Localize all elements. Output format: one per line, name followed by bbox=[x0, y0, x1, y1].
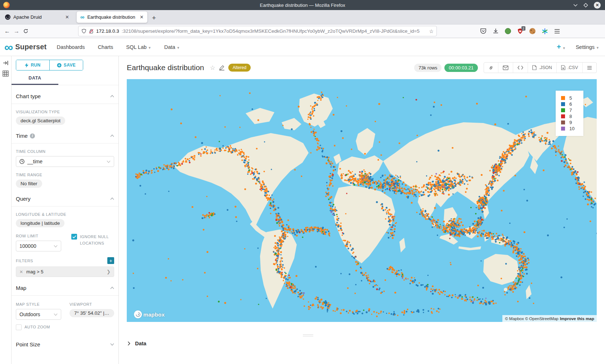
run-button[interactable]: RUN bbox=[16, 60, 49, 70]
legend-row: 5 bbox=[561, 95, 583, 101]
edit-pencil-icon[interactable] bbox=[219, 65, 225, 70]
tab-close-icon[interactable]: ✕ bbox=[65, 14, 69, 20]
section-title: Point Size bbox=[16, 341, 40, 347]
rows-count-badge: 73k rows bbox=[414, 64, 442, 72]
export-json-button[interactable]: .JSON bbox=[528, 63, 556, 73]
map-attribution: © Mapbox © OpenStreetMap Improve this ma… bbox=[502, 315, 597, 322]
mapbox-logo-icon bbox=[134, 310, 142, 318]
expand-filter-icon[interactable]: ❯ bbox=[103, 269, 114, 274]
tab-data[interactable]: DATA bbox=[12, 76, 58, 85]
email-button[interactable] bbox=[498, 63, 513, 73]
chevron-down-icon bbox=[54, 245, 58, 247]
legend-row: 10 bbox=[561, 126, 583, 132]
export-csv-button[interactable]: .CSV bbox=[556, 63, 582, 73]
time-range-label: TIME RANGE bbox=[16, 173, 114, 177]
deckgl-scatterplot-map[interactable]: 5678910 mapbox © Mapbox © OpenStreetMap … bbox=[127, 79, 597, 322]
back-button[interactable]: ← bbox=[4, 28, 10, 35]
reload-button[interactable] bbox=[23, 28, 28, 34]
chevron-right-icon bbox=[127, 341, 130, 346]
chart-menu-button[interactable] bbox=[582, 63, 596, 73]
clock-icon bbox=[19, 159, 24, 164]
time-column-label: TIME COLUMN bbox=[16, 149, 114, 154]
tab-close-icon[interactable]: ✕ bbox=[140, 14, 144, 20]
envelope-icon bbox=[503, 65, 508, 70]
ublock-icon[interactable]: 2 bbox=[517, 28, 523, 34]
legend-label: 10 bbox=[569, 126, 574, 131]
menu-hamburger-icon[interactable] bbox=[554, 29, 560, 34]
nav-sql-lab[interactable]: SQL Lab▼ bbox=[126, 44, 151, 50]
save-button[interactable]: SAVE bbox=[49, 60, 83, 70]
superset-logo[interactable]: ∞ Superset bbox=[4, 42, 46, 53]
mapbox-logo[interactable]: mapbox bbox=[134, 310, 165, 318]
embed-code-button[interactable] bbox=[513, 63, 528, 73]
map-style-select[interactable]: Outdoors bbox=[16, 309, 61, 320]
chevron-up-icon[interactable] bbox=[110, 197, 114, 200]
time-range-pill[interactable]: No filter bbox=[16, 179, 42, 188]
download-icon[interactable] bbox=[493, 28, 499, 34]
section-query: Query LONGITUDE & LATITUDE longitude | l… bbox=[16, 196, 114, 277]
forward-button[interactable]: → bbox=[14, 28, 19, 35]
nav-dashboards[interactable]: Dashboards bbox=[57, 44, 85, 50]
resize-drag-handle[interactable] bbox=[303, 333, 313, 336]
legend-row: 7 bbox=[561, 107, 583, 113]
settings-menu[interactable]: Settings▼ bbox=[576, 44, 599, 50]
browser-tabstrip: Apache Druid ✕ ∞ Earthquake distribution… bbox=[0, 10, 605, 24]
window-close-icon[interactable]: ✕ bbox=[594, 2, 601, 9]
ignore-null-checkbox[interactable] bbox=[71, 234, 77, 240]
cookie-extension-icon[interactable] bbox=[529, 28, 535, 34]
plus-circle-icon bbox=[57, 63, 62, 68]
superset-logo-icon: ∞ bbox=[4, 42, 13, 53]
remove-filter-icon[interactable]: ✕ bbox=[16, 269, 26, 274]
url-host: 172.18.0.3 bbox=[96, 28, 119, 34]
section-title: Map bbox=[16, 285, 26, 291]
legend-label: 6 bbox=[569, 101, 572, 107]
info-icon[interactable]: i bbox=[30, 133, 35, 138]
copy-link-button[interactable] bbox=[484, 63, 498, 73]
chevron-up-icon[interactable] bbox=[110, 95, 114, 97]
pocket-icon[interactable] bbox=[480, 28, 487, 34]
section-time: Timei TIME COLUMN __time TIME RANGE No f… bbox=[16, 133, 114, 188]
add-new-button[interactable]: +▼ bbox=[557, 43, 566, 51]
sparkle-extension-icon[interactable] bbox=[542, 28, 548, 35]
new-tab-button[interactable]: + bbox=[148, 14, 160, 24]
collapse-panel-icon[interactable] bbox=[3, 60, 9, 65]
window-minimize-icon[interactable] bbox=[573, 4, 578, 6]
druid-favicon-icon bbox=[5, 14, 10, 20]
tab-earthquake-distribution[interactable]: ∞ Earthquake distribution ✕ bbox=[76, 11, 148, 23]
favorite-star-icon[interactable]: ☆ bbox=[210, 64, 215, 72]
chevron-up-icon[interactable] bbox=[110, 287, 114, 289]
privacy-badger-icon[interactable] bbox=[505, 28, 511, 34]
data-panel-expander[interactable]: Data bbox=[127, 341, 146, 346]
viz-type-pill[interactable]: deck.gl Scatterplot bbox=[16, 117, 65, 125]
link-icon bbox=[488, 65, 494, 70]
time-column-select[interactable]: __time bbox=[16, 156, 114, 167]
nav-charts[interactable]: Charts bbox=[98, 44, 113, 50]
chevron-up-icon[interactable] bbox=[110, 135, 114, 137]
bookmark-star-icon[interactable]: ☆ bbox=[429, 28, 434, 34]
url-bar[interactable]: 172.18.0.3:32108/superset/explore/?form_… bbox=[78, 26, 437, 36]
dataset-grid-icon[interactable] bbox=[3, 70, 9, 77]
viewport-pill[interactable]: 7° 35' 54.02" | 31... bbox=[70, 309, 114, 317]
chevron-down-icon bbox=[54, 313, 58, 316]
improve-map-link[interactable]: Improve this map bbox=[560, 317, 594, 321]
filter-chip[interactable]: ✕ mag > 5 ❯ bbox=[16, 267, 114, 277]
row-limit-label: ROW LIMIT bbox=[16, 234, 71, 238]
auto-zoom-checkbox[interactable] bbox=[16, 324, 22, 330]
row-limit-select[interactable]: 100000 bbox=[16, 241, 61, 251]
nav-data[interactable]: Data▼ bbox=[164, 44, 180, 50]
map-legend: 5678910 bbox=[556, 91, 583, 136]
altered-badge: Altered bbox=[228, 64, 251, 72]
lonlat-label: LONGITUDE & LATITUDE bbox=[16, 212, 114, 217]
window-maximize-icon[interactable] bbox=[583, 3, 588, 8]
map-style-label: MAP STYLE bbox=[16, 302, 69, 306]
insecure-lock-icon[interactable] bbox=[89, 29, 94, 34]
chevron-down-icon[interactable] bbox=[110, 343, 114, 346]
tab-apache-druid[interactable]: Apache Druid ✕ bbox=[1, 11, 73, 23]
tab-label: Earthquake distribution bbox=[87, 14, 135, 20]
lonlat-pill[interactable]: longitude | latitude bbox=[16, 219, 64, 227]
legend-label: 8 bbox=[569, 114, 572, 119]
bolt-icon bbox=[25, 63, 28, 68]
add-filter-button[interactable]: + bbox=[107, 257, 114, 264]
shield-icon[interactable] bbox=[81, 28, 86, 34]
filters-label: FILTERS bbox=[16, 259, 33, 263]
